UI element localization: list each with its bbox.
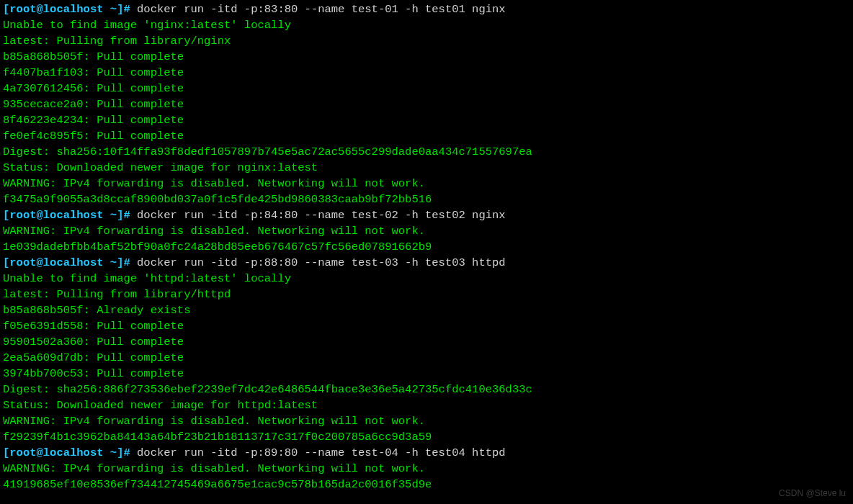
command-line: [root@localhost ~]# docker run -itd -p:8…	[3, 445, 850, 461]
prompt-tilde: ~	[110, 3, 117, 16]
output-line: Status: Downloaded newer image for nginx…	[3, 160, 850, 176]
command-text: docker run -itd -p:89:80 --name test-04 …	[137, 446, 506, 459]
output-line: fe0ef4c895f5: Pull complete	[3, 128, 850, 144]
output-line: 4a7307612456: Pull complete	[3, 81, 850, 96]
output-line: WARNING: IPv4 forwarding is disabled. Ne…	[3, 176, 850, 192]
output-line: 1e039dadebfbb4baf52bf90a0fc24a28bd85eeb6…	[3, 239, 850, 255]
prompt-tilde: ~	[110, 209, 117, 222]
output-line: b85a868b505f: Pull complete	[3, 49, 850, 65]
output-line: 3974bb700c53: Pull complete	[3, 366, 850, 382]
prompt-tilde: ~	[110, 256, 117, 269]
output-line: f4407ba1f103: Pull complete	[3, 65, 850, 81]
prompt-tilde: ~	[110, 446, 117, 459]
output-line: b85a868b505f: Already exists	[3, 302, 850, 318]
output-line: 41919685ef10e8536ef734412745469a6675e1ca…	[3, 477, 850, 492]
terminal-output[interactable]: [root@localhost ~]# docker run -itd -p:8…	[0, 0, 853, 494]
output-line: WARNING: IPv4 forwarding is disabled. Ne…	[3, 223, 850, 239]
output-line: Unable to find image 'nginx:latest' loca…	[3, 17, 850, 33]
command-text: docker run -itd -p:83:80 --name test-01 …	[137, 3, 506, 16]
prompt: [root@localhost	[3, 209, 110, 222]
output-line: latest: Pulling from library/httpd	[3, 287, 850, 302]
output-line: Digest: sha256:886f273536ebef2239ef7dc42…	[3, 382, 850, 397]
prompt: [root@localhost	[3, 256, 110, 269]
output-line: 935cecace2a0: Pull complete	[3, 96, 850, 112]
output-line: latest: Pulling from library/nginx	[3, 33, 850, 49]
output-line: Digest: sha256:10f14ffa93f8dedf1057897b7…	[3, 144, 850, 160]
output-line: f29239f4b1c3962ba84143a64bf23b21b1811371…	[3, 429, 850, 445]
command-line: [root@localhost ~]# docker run -itd -p:8…	[3, 255, 850, 271]
command-line: [root@localhost ~]# docker run -itd -p:8…	[3, 1, 850, 17]
command-text: docker run -itd -p:84:80 --name test-02 …	[137, 209, 506, 222]
output-line: f05e6391d558: Pull complete	[3, 318, 850, 334]
command-line: [root@localhost ~]# docker run -itd -p:8…	[3, 207, 850, 223]
output-line: f3475a9f9055a3d8ccaf8900bd037a0f1c5fde42…	[3, 192, 850, 207]
prompt: [root@localhost	[3, 3, 110, 16]
output-line: WARNING: IPv4 forwarding is disabled. Ne…	[3, 413, 850, 429]
output-line: Unable to find image 'httpd:latest' loca…	[3, 271, 850, 287]
command-text: docker run -itd -p:88:80 --name test-03 …	[137, 256, 506, 269]
output-line: WARNING: IPv4 forwarding is disabled. Ne…	[3, 461, 850, 477]
output-line: Status: Downloaded newer image for httpd…	[3, 397, 850, 413]
output-line: 8f46223e4234: Pull complete	[3, 112, 850, 128]
prompt: [root@localhost	[3, 446, 110, 459]
output-line: 2ea5a609d7db: Pull complete	[3, 350, 850, 366]
output-line: 95901502a360: Pull complete	[3, 334, 850, 350]
